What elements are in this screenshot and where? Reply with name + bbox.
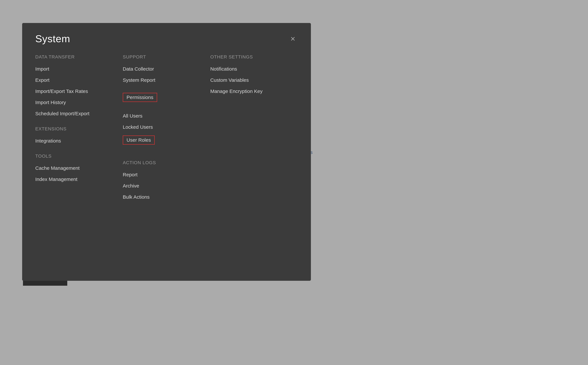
menu-item-import-history[interactable]: Import History	[35, 100, 113, 105]
menu-item-archive[interactable]: Archive	[123, 183, 200, 189]
menu-item-locked-users[interactable]: Locked Users	[123, 124, 200, 130]
menu-item-integrations[interactable]: Integrations	[35, 138, 113, 144]
system-modal: System × Data Transfer Import Export Imp…	[22, 23, 311, 281]
menu-item-system-report[interactable]: System Report	[123, 77, 200, 83]
permissions-section-title[interactable]: Permissions	[123, 93, 157, 102]
menu-item-bulk-actions[interactable]: Bulk Actions	[123, 194, 200, 200]
menu-item-scheduled-import-export[interactable]: Scheduled Import/Export	[35, 111, 113, 116]
support-section-title: Support	[123, 54, 200, 60]
menu-item-cache-management[interactable]: Cache Management	[35, 165, 113, 171]
tools-section-title: Tools	[35, 154, 113, 159]
data-transfer-section-title: Data Transfer	[35, 54, 113, 60]
modal-header: System ×	[35, 33, 298, 44]
menu-item-report[interactable]: Report	[123, 172, 200, 177]
action-logs-section-title: Action Logs	[123, 160, 200, 165]
modal-body: Data Transfer Import Export Import/Expor…	[35, 54, 298, 205]
modal-title: System	[35, 33, 70, 44]
menu-item-import-export-tax[interactable]: Import/Export Tax Rates	[35, 89, 113, 94]
menu-item-index-management[interactable]: Index Management	[35, 176, 113, 182]
menu-item-custom-variables[interactable]: Custom Variables	[210, 77, 288, 83]
extensions-section-title: Extensions	[35, 126, 113, 132]
column-support: Support Data Collector System Report Per…	[123, 54, 210, 205]
menu-item-manage-encryption-key[interactable]: Manage Encryption Key	[210, 89, 288, 94]
close-button[interactable]: ×	[288, 34, 298, 44]
menu-item-export[interactable]: Export	[35, 77, 113, 83]
menu-item-data-collector[interactable]: Data Collector	[123, 66, 200, 72]
menu-item-notifications[interactable]: Notifications	[210, 66, 288, 72]
column-data-transfer: Data Transfer Import Export Import/Expor…	[35, 54, 123, 205]
column-other-settings: Other Settings Notifications Custom Vari…	[210, 54, 298, 205]
menu-item-all-users[interactable]: All Users	[123, 113, 200, 119]
menu-item-import[interactable]: Import	[35, 66, 113, 72]
menu-item-user-roles[interactable]: User Roles	[123, 135, 155, 145]
other-settings-section-title: Other Settings	[210, 54, 288, 60]
